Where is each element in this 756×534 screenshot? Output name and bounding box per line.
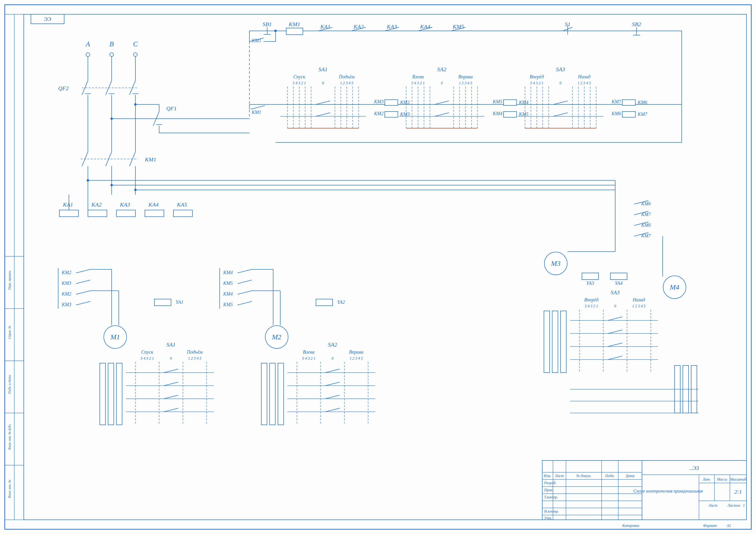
ka5-label: KA5 [177, 201, 187, 208]
svg-text:Спуск: Спуск [141, 349, 153, 355]
ya1-label: YA1 [176, 299, 183, 305]
sa2-control-block: SA2 Влева Вправа 5 4 3 2 1 0 1 2 3 4 5 K… [399, 66, 528, 128]
svg-text:Н.контр.: Н.контр. [544, 509, 559, 514]
svg-line-164 [76, 301, 90, 305]
svg-line-188 [164, 382, 178, 386]
svg-text:5 4 3 2 1: 5 4 3 2 1 [141, 356, 154, 360]
svg-rect-239 [610, 273, 627, 280]
svg-text:SA1: SA1 [167, 342, 176, 348]
svg-text:Изм.: Изм. [543, 474, 551, 478]
svg-text:KM5: KM5 [223, 302, 233, 307]
title-block: Изм. Лист № докум. Подп. Дата Разраб. Пр… [542, 460, 746, 520]
sb1-button [262, 27, 272, 35]
ya2-label: YA2 [337, 299, 345, 305]
svg-point-4 [133, 53, 137, 57]
svg-text:Вперёд: Вперёд [584, 297, 599, 303]
svg-text:KM4: KM4 [223, 270, 233, 275]
svg-line-228 [325, 408, 340, 412]
svg-text:Влева: Влева [412, 74, 424, 79]
inner-frame [24, 14, 746, 520]
svg-text:Вправа: Вправа [458, 74, 473, 80]
svg-line-120 [435, 101, 449, 104]
svg-text:5 4 3 2 1: 5 4 3 2 1 [293, 81, 306, 85]
motor2-block: KM4 KM5 KM4 KM5 M2 YA2 SA2 Влева Вправа … [220, 268, 375, 425]
svg-line-95 [316, 113, 330, 116]
svg-line-260 [608, 330, 622, 333]
phase-c-label: C [133, 40, 138, 48]
svg-text:Подп. и дата: Подп. и дата [8, 375, 12, 394]
svg-rect-214 [261, 363, 267, 425]
svg-line-192 [164, 408, 178, 412]
svg-line-222 [325, 369, 340, 372]
motor1-block: KM2 KM3 KM2 KM3 M1 YA1 SA1 Спуск Подъём … [58, 268, 214, 425]
svg-text:SA3: SA3 [611, 289, 620, 295]
svg-point-71 [274, 30, 277, 32]
svg-text:KM5: KM5 [452, 23, 464, 30]
svg-text:1 2 3 4 5: 1 2 3 4 5 [459, 81, 472, 85]
ka4-label: KA4 [148, 201, 159, 208]
svg-text:5 4 3 2 1: 5 4 3 2 1 [411, 81, 425, 85]
svg-text:Назад: Назад [578, 74, 590, 79]
svg-point-0 [86, 53, 90, 57]
svg-rect-41 [145, 210, 164, 217]
svg-line-93 [316, 101, 330, 104]
svg-text:Вправа: Вправа [349, 349, 364, 355]
svg-text:KM7: KM7 [637, 112, 647, 117]
svg-rect-179 [108, 363, 114, 425]
svg-text:Спуск: Спуск [293, 74, 306, 80]
svg-line-75 [251, 106, 265, 109]
svg-text:Лит.: Лит. [702, 477, 711, 481]
svg-text:5 4 3 2 1: 5 4 3 2 1 [530, 81, 543, 85]
km1-aux-label: KM1 [252, 110, 261, 115]
svg-text:Утв.: Утв. [544, 516, 552, 520]
svg-text:5 4 3 2 1: 5 4 3 2 1 [302, 356, 315, 360]
svg-rect-178 [100, 363, 105, 425]
svg-line-200 [237, 301, 252, 305]
drawing-title: Схема электрическая принципиальная [634, 489, 703, 494]
m1-symbol: M1 [110, 333, 120, 341]
svg-line-122 [435, 113, 449, 116]
km1-coil-label: KM1 [288, 21, 300, 27]
svg-line-196 [237, 280, 252, 284]
svg-text:Лист: Лист [554, 474, 564, 478]
svg-rect-215 [270, 363, 275, 425]
m3-symbol: M3 [551, 259, 560, 267]
svg-text:0: 0 [332, 356, 334, 360]
svg-text:SA3: SA3 [556, 66, 565, 72]
svg-rect-42 [174, 210, 192, 217]
svg-rect-251 [552, 311, 558, 372]
svg-text:Масса: Масса [717, 477, 727, 481]
svg-text:Масштаб: Масштаб [730, 477, 746, 481]
svg-rect-97 [385, 100, 398, 105]
svg-text:KM3: KM3 [62, 281, 71, 286]
ka3-label: KA3 [120, 201, 130, 208]
svg-line-224 [325, 382, 340, 386]
svg-text:KA4: KA4 [420, 23, 430, 30]
svg-text:KA3: KA3 [387, 23, 397, 30]
svg-line-258 [608, 317, 622, 320]
svg-text:KM7: KM7 [611, 99, 621, 104]
svg-text:SA1: SA1 [318, 66, 328, 72]
svg-text:Подп.: Подп. [605, 474, 614, 478]
km1-coil [286, 28, 303, 35]
svg-rect-40 [116, 210, 135, 217]
svg-text:KM5: KM5 [493, 99, 502, 104]
footer-kopiroval: Копировал [622, 523, 639, 528]
ka-series-contacts: KA1 KA2 KA3 KA4 KM5 [318, 23, 466, 31]
svg-text:Влева: Влева [303, 349, 315, 355]
svg-text:KM5: KM5 [519, 112, 528, 117]
svg-text:1 2 3 4 5: 1 2 3 4 5 [578, 81, 591, 85]
svg-text:1: 1 [743, 503, 745, 507]
svg-text:Дата: Дата [625, 474, 634, 478]
svg-rect-171 [154, 299, 171, 306]
svg-line-149 [554, 113, 568, 116]
svg-rect-250 [544, 311, 550, 372]
svg-text:KM5: KM5 [223, 281, 233, 286]
svg-text:KA1: KA1 [320, 23, 331, 30]
svg-text:0: 0 [322, 81, 324, 85]
svg-rect-207 [316, 299, 333, 306]
svg-text:KM2: KM2 [62, 270, 71, 275]
svg-text:0: 0 [441, 81, 443, 85]
svg-text:Вперёд: Вперёд [530, 74, 544, 80]
m4-symbol: M4 [669, 283, 679, 291]
